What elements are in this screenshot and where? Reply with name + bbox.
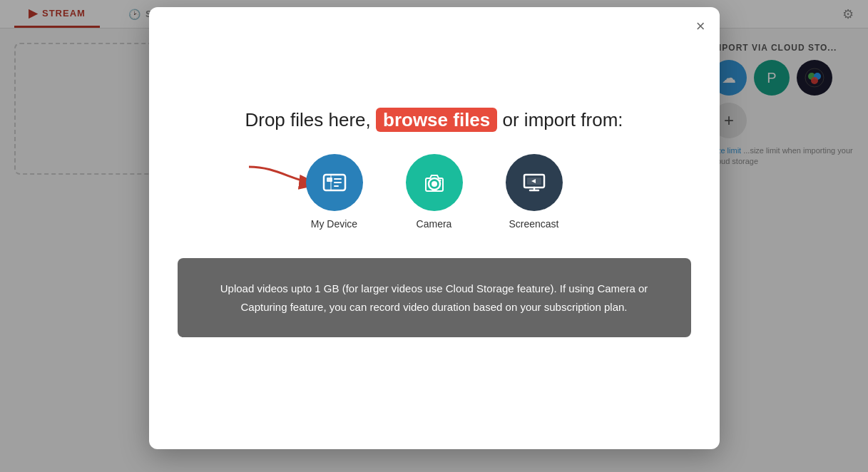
camera-label: Camera	[417, 218, 452, 230]
browse-files-button[interactable]: browse files	[376, 108, 497, 132]
import-sources: My Device Camera	[178, 154, 691, 230]
my-device-icon	[306, 154, 363, 211]
source-screencast[interactable]: Screencast	[506, 154, 563, 230]
drop-text: Drop files here, browse files or import …	[178, 107, 691, 133]
screencast-label: Screencast	[509, 218, 558, 230]
upload-modal: × Drop files here, browse files or impor…	[149, 7, 720, 449]
drop-text-part1: Drop files here,	[245, 109, 370, 130]
source-camera[interactable]: Camera	[406, 154, 463, 230]
svg-point-8	[432, 181, 437, 187]
modal-overlay: × Drop files here, browse files or impor…	[0, 0, 868, 472]
svg-point-9	[439, 180, 441, 182]
camera-icon-circle	[406, 154, 463, 211]
svg-rect-6	[327, 178, 332, 182]
my-device-label: My Device	[311, 218, 357, 230]
info-box: Upload videos upto 1 GB (for larger vide…	[178, 258, 691, 337]
info-text: Upload videos upto 1 GB (for larger vide…	[220, 282, 648, 313]
screencast-icon-circle	[506, 154, 563, 211]
close-button[interactable]: ×	[696, 19, 705, 34]
drop-text-part2: or import from:	[503, 109, 623, 130]
source-my-device[interactable]: My Device	[306, 154, 363, 230]
